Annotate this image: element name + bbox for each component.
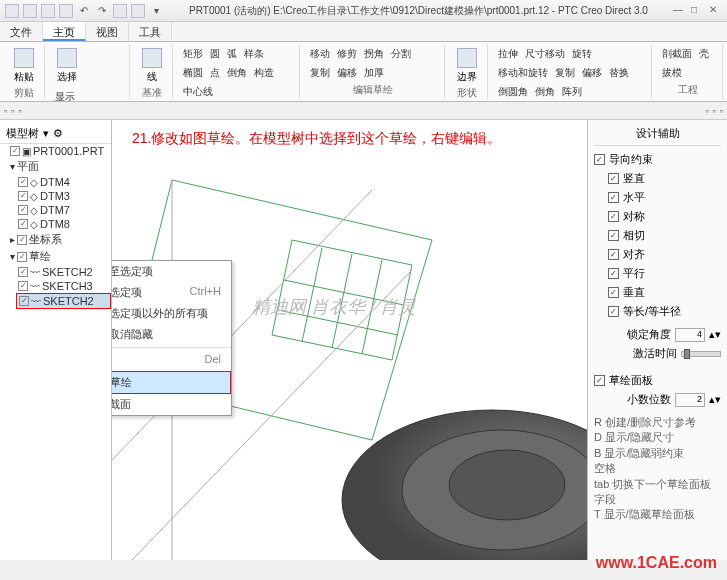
offset2-button[interactable]: 偏移 (580, 65, 604, 81)
trim-button[interactable]: 修剪 (335, 46, 359, 62)
quick-access-toolbar: ↶ ↷ ▾ (4, 3, 164, 19)
redo-icon[interactable]: ↷ (94, 3, 110, 19)
tree-item-selected[interactable]: ✓〰 SKETCH2 (16, 293, 111, 309)
thicken-button[interactable]: 加厚 (362, 65, 386, 81)
ribbon-group-sketch: 矩形 圆 弧 样条 椭圆 点 倒角 构造 中心线 草绘 (175, 44, 300, 99)
copy-button[interactable]: 复制 (308, 65, 332, 81)
tree-node-sketches[interactable]: ▾ ✓草绘 (8, 248, 111, 265)
tree-item[interactable]: ✓◇ DTM7 (16, 203, 111, 217)
tree-root[interactable]: ✓▣ PRT0001.PRT (8, 144, 111, 158)
window-controls: — □ ✕ (673, 4, 723, 18)
menu-hide-selected[interactable]: 隐藏选定项Ctrl+H (112, 282, 231, 303)
checkbox[interactable]: ✓ (608, 268, 619, 279)
chamfer-button[interactable]: 倒角 (225, 65, 249, 81)
checkbox[interactable]: ✓ (608, 287, 619, 298)
view-tool-icon[interactable]: ▫ (4, 106, 7, 116)
boundary-icon (457, 48, 477, 68)
maximize-button[interactable]: □ (691, 4, 705, 18)
graphics-canvas[interactable]: 21.修改如图草绘。在模型树中选择到这个草绘，右键编辑。 (112, 120, 587, 560)
checkbox[interactable]: ✓ (594, 154, 605, 165)
display-button[interactable]: 显示 (53, 89, 97, 102)
tree-settings-icon[interactable]: ⚙ (53, 127, 63, 140)
tree-item[interactable]: ✓〰 SKETCH3 (16, 279, 111, 293)
menu-hide-others[interactable]: 隐藏选定项以外的所有项 (112, 303, 231, 324)
extrude-button[interactable]: 拉伸 (496, 46, 520, 62)
app-menu-icon[interactable] (4, 3, 20, 19)
decimals-input[interactable]: 2 (675, 393, 705, 407)
menu-create-section[interactable]: 创建截面 (112, 394, 231, 415)
view-tool-icon[interactable]: ▫ (18, 106, 21, 116)
chamfer2-button[interactable]: 倒角 (533, 84, 557, 100)
view-tool-icon[interactable]: ▫ (11, 106, 14, 116)
offset-button[interactable]: 偏移 (335, 65, 359, 81)
corner-button[interactable]: 拐角 (362, 46, 386, 62)
circle-button[interactable]: 圆 (208, 46, 222, 62)
boundary-button[interactable]: 边界 (453, 46, 481, 86)
window-title: PRT0001 (活动的) E:\Creo工作目录\工作文件\0912\Dire… (164, 4, 673, 18)
checkbox[interactable]: ✓ (608, 306, 619, 317)
new-icon[interactable] (22, 3, 38, 19)
split-button[interactable]: 分割 (389, 46, 413, 62)
minimize-button[interactable]: — (673, 4, 687, 18)
tab-tools[interactable]: 工具 (129, 22, 172, 41)
dim-move-button[interactable]: 尺寸移动 (523, 46, 567, 62)
ellipse-button[interactable]: 椭圆 (181, 65, 205, 81)
save-icon[interactable] (58, 3, 74, 19)
checkbox[interactable]: ✓ (608, 192, 619, 203)
menu-edit-sketch[interactable]: 编辑草绘 (112, 371, 231, 394)
view-tool-icon[interactable]: ▫ (720, 106, 723, 116)
checkbox[interactable]: ✓ (608, 249, 619, 260)
menu-delete[interactable]: 删除Del (112, 350, 231, 371)
tree-item[interactable]: ✓◇ DTM3 (16, 189, 111, 203)
centerline-button[interactable]: 中心线 (181, 84, 215, 100)
select-button[interactable]: 选择 (53, 46, 81, 86)
copy2-button[interactable]: 复制 (553, 65, 577, 81)
point-button[interactable]: 点 (208, 65, 222, 81)
round-button[interactable]: 倒圆角 (496, 84, 530, 100)
checkbox[interactable]: ✓ (608, 173, 619, 184)
menu-unhide-all[interactable]: 全部取消隐藏 (112, 324, 231, 345)
checkbox[interactable]: ✓ (608, 211, 619, 222)
shell-button[interactable]: 壳 (697, 46, 711, 62)
main-area: 模型树 ▾ ⚙ ✓▣ PRT0001.PRT ▾ 平面 ✓◇ DTM4 ✓◇ D… (0, 120, 727, 560)
spinner-icon[interactable]: ▴▾ (709, 328, 721, 341)
checkbox[interactable]: ✓ (608, 230, 619, 241)
replace-button[interactable]: 替换 (607, 65, 631, 81)
spline-button[interactable]: 样条 (242, 46, 266, 62)
snap-angle-input[interactable]: 4 (675, 328, 705, 342)
title-bar: ↶ ↷ ▾ PRT0001 (活动的) E:\Creo工作目录\工作文件\091… (0, 0, 727, 22)
tab-home[interactable]: 主页 (43, 22, 86, 41)
pattern-button[interactable]: 阵列 (560, 84, 584, 100)
paste-button[interactable]: 粘贴 (10, 46, 38, 86)
view-tool-icon[interactable]: ▫ (713, 106, 716, 116)
xsection-button[interactable]: 剖截面 (660, 46, 694, 62)
checkbox[interactable]: ✓ (594, 375, 605, 386)
open-icon[interactable] (40, 3, 56, 19)
dropdown-icon[interactable]: ▾ (148, 3, 164, 19)
tab-view[interactable]: 视图 (86, 22, 129, 41)
close-window-icon[interactable] (130, 3, 146, 19)
tree-node-planes[interactable]: ▾ 平面 (8, 158, 111, 175)
close-button[interactable]: ✕ (709, 4, 723, 18)
construct-button[interactable]: 构造 (252, 65, 276, 81)
menu-zoom-to[interactable]: 缩放至选定项 (112, 261, 231, 282)
regenerate-icon[interactable] (112, 3, 128, 19)
tab-file[interactable]: 文件 (0, 22, 43, 41)
tree-node-csys[interactable]: ▸ ✓坐标系 (8, 231, 111, 248)
move-button[interactable]: 移动 (308, 46, 332, 62)
move-rotate-button[interactable]: 移动和旋转 (496, 65, 550, 81)
tree-item[interactable]: ✓〰 SKETCH2 (16, 265, 111, 279)
sketch-panel-label: 草绘面板 (609, 373, 653, 388)
spinner-icon[interactable]: ▴▾ (709, 393, 721, 406)
rect-button[interactable]: 矩形 (181, 46, 205, 62)
slider[interactable] (681, 351, 721, 357)
view-tool-icon[interactable]: ▫ (705, 106, 708, 116)
tree-filter-icon[interactable]: ▾ (43, 127, 49, 140)
rotate-button[interactable]: 旋转 (570, 46, 594, 62)
arc-button[interactable]: 弧 (225, 46, 239, 62)
draft-button[interactable]: 拔模 (660, 65, 684, 81)
line-button[interactable]: 线 (138, 46, 166, 86)
tree-item[interactable]: ✓◇ DTM8 (16, 217, 111, 231)
tree-item[interactable]: ✓◇ DTM4 (16, 175, 111, 189)
undo-icon[interactable]: ↶ (76, 3, 92, 19)
